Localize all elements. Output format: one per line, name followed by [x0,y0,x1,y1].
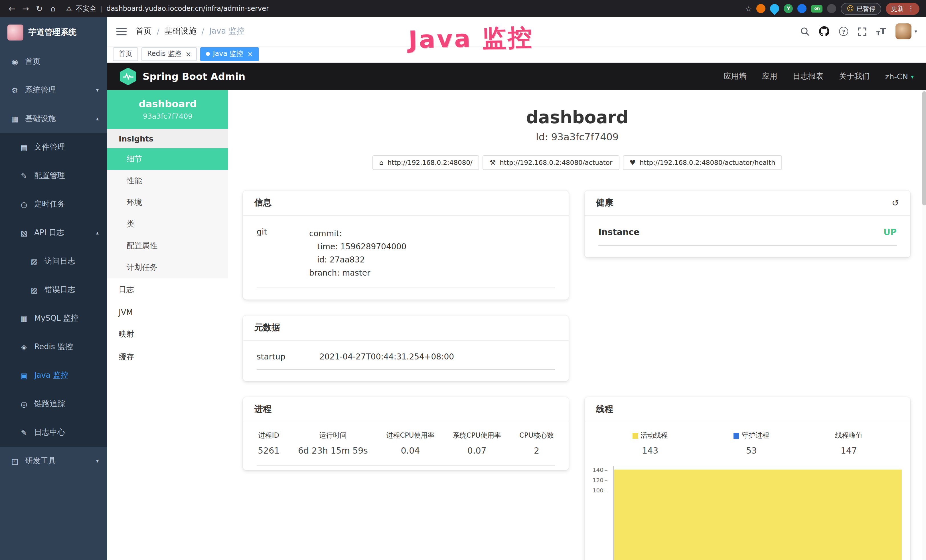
sidebar-item-log-center[interactable]: ✎ 日志中心 [0,418,107,447]
sidebar-item-system[interactable]: ⚙ 系统管理 ▾ [0,76,107,104]
sidebar-item-error-log[interactable]: ▨ 错误日志 [0,275,107,304]
sidebar-item-label: 首页 [25,56,41,67]
sba-nav-journal[interactable]: 日志报表 [793,71,824,82]
sidebar-item-tracing[interactable]: ◎ 链路追踪 [0,390,107,418]
sidebar-item-redis-monitor[interactable]: ◈ Redis 监控 [0,333,107,361]
sba-menu-jvm[interactable]: JVM [107,301,228,323]
bookmark-star-icon[interactable]: ☆ [746,4,752,13]
legend-label: 活动线程 [640,431,668,441]
chrome-update-button[interactable]: 更新 ⋮ [886,3,920,15]
close-icon[interactable]: × [247,50,253,58]
extension-switch-on-badge[interactable]: on [811,5,823,12]
sba-menu-caches[interactable]: 缓存 [107,346,228,369]
help-icon[interactable]: ? [839,27,849,36]
sba-instance-header[interactable]: dashboard 93a3fc7f7409 [107,90,228,129]
collapse-sidebar-icon[interactable] [117,28,127,35]
extension-icon-green[interactable]: Y [784,4,793,13]
fullscreen-icon[interactable] [858,27,867,36]
sba-menu-beans[interactable]: 类 [107,213,228,235]
sba-locale-select[interactable]: zh-CN ▾ [885,72,914,81]
sidebar-item-file-manage[interactable]: ▤ 文件管理 [0,133,107,162]
app-logo-row[interactable]: 芋道管理系统 [0,17,107,47]
sba-menu-metrics[interactable]: 性能 [107,170,228,192]
info-row-value: commit: time: 1596289704000 id: 27aa832 … [309,227,406,280]
sidebar-item-label: 访问日志 [44,256,75,266]
card-process-title: 进程 [243,397,569,422]
sidebar: 芋道管理系统 ◉ 首页 ⚙ 系统管理 ▾ ▦ 基础设施 ▴ ▤ 文件管理 [0,17,107,560]
sidebar-item-access-log[interactable]: ▨ 访问日志 [0,247,107,275]
sidebar-item-api-log[interactable]: ▧ API 日志 ▴ [0,218,107,247]
chrome-toolbar-right: ☆ Y on ☺ 已暂停 更新 ⋮ [746,3,921,15]
kebab-menu-icon[interactable]: ⋮ [908,5,914,12]
active-dot-icon [206,52,210,56]
git-commit-line: commit: [309,227,406,240]
sidebar-item-label: 研发工具 [25,456,56,466]
tab-home[interactable]: 首页 [113,47,138,61]
stat-label: 运行时间 [298,431,368,441]
sba-nav-applications[interactable]: 应用 [762,71,778,82]
card-health: 健康 ↺ Instance UP [585,191,910,257]
extension-icon-drop[interactable] [768,2,781,15]
back-icon[interactable]: ← [6,2,18,15]
tags-view-bar: 首页 Redis 监控 × Java 监控 × [107,45,926,63]
sba-nav-about[interactable]: 关于我们 [839,71,870,82]
extensions-puzzle-icon[interactable] [827,4,837,13]
sidebar-item-home[interactable]: ◉ 首页 [0,47,107,76]
sba-instance-menu: dashboard 93a3fc7f7409 Insights 细节 性能 环境… [107,90,228,560]
sidebar-item-mysql-monitor[interactable]: ▥ MySQL 监控 [0,304,107,333]
address-bar[interactable]: ⚠ 不安全 | dashboard.yudao.iocoder.cn/infra… [61,4,744,14]
sidebar-item-infra[interactable]: ▦ 基础设施 ▴ [0,104,107,133]
sidebar-item-config-manage[interactable]: ✎ 配置管理 [0,162,107,190]
scrollbar-thumb[interactable] [922,91,926,206]
sba-menu-config-props[interactable]: 配置属性 [107,235,228,257]
sba-nav-wall[interactable]: 应用墙 [723,71,747,82]
sba-menu-logging[interactable]: 日志 [107,278,228,301]
forward-icon[interactable]: → [20,2,32,15]
gear-icon: ⚙ [10,86,20,94]
sba-menu-insights[interactable]: Insights [107,129,228,148]
font-size-icon[interactable]: TT [876,26,886,36]
instance-url-button[interactable]: ⌂ http://192.168.0.2:48080/ [372,155,479,170]
extension-icon-orange[interactable] [757,4,766,13]
sba-menu-environment[interactable]: 环境 [107,192,228,213]
info-git-row: git commit: time: 1596289704000 id: 27aa… [257,221,555,288]
spring-boot-admin-frame: Spring Boot Admin 应用墙 应用 日志报表 关于我们 zh-CN… [107,63,926,560]
extension-icon-grid[interactable] [798,4,807,13]
tab-java-monitor[interactable]: Java 监控 × [200,47,259,61]
live-threads-area [614,470,902,560]
tab-redis-monitor[interactable]: Redis 监控 × [141,47,197,61]
instance-id: 93a3fc7f7409 [112,112,224,120]
git-branch-line: branch: master [309,267,406,280]
breadcrumb-home[interactable]: 首页 [136,26,152,36]
card-metadata: 元数据 startup 2021-04-27T00:44:31.254+08:0… [243,316,569,381]
avatar [896,23,912,39]
sidebar-item-dev-tools[interactable]: ◰ 研发工具 ▾ [0,447,107,475]
edit-icon: ✎ [20,171,29,180]
sidebar-item-java-monitor[interactable]: ▣ Java 监控 [0,361,107,390]
actuator-url-button[interactable]: ⚒ http://192.168.0.2:48080/actuator [483,155,619,170]
app-logo [8,24,23,40]
tab-label: Redis 监控 [147,49,182,59]
user-avatar-menu[interactable]: ▾ [896,23,917,39]
home-icon[interactable]: ⌂ [47,2,59,15]
card-health-title: 健康 [596,197,613,208]
health-url-button[interactable]: ♥ http://192.168.0.2:48080/actuator/heal… [623,155,782,170]
cards-grid: 信息 git commit: time: 1596289704000 id: 2 [228,170,926,560]
sba-menu-scheduled-tasks[interactable]: 计划任务 [107,257,228,278]
card-metadata-title: 元数据 [243,316,569,341]
search-icon[interactable] [800,27,809,36]
health-instance-row[interactable]: Instance UP [598,221,897,246]
reload-icon[interactable]: ↻ [33,2,45,15]
url-text: dashboard.yudao.iocoder.cn/infra/admin-s… [106,5,269,12]
close-icon[interactable]: × [185,50,191,58]
paused-badge[interactable]: ☺ 已暂停 [841,3,881,15]
history-icon[interactable]: ↺ [892,198,899,208]
top-navbar: 首页 / 基础设施 / Java 监控 ? [107,17,926,45]
sba-menu-details[interactable]: 细节 [107,148,228,170]
sba-menu-mappings[interactable]: 映射 [107,323,228,346]
sidebar-item-scheduled-jobs[interactable]: ◷ 定时任务 [0,190,107,218]
sba-brand[interactable]: Spring Boot Admin [120,68,245,85]
health-row-label: Instance [598,227,639,238]
breadcrumb-infra[interactable]: 基础设施 [165,26,197,36]
github-icon[interactable] [819,26,830,36]
